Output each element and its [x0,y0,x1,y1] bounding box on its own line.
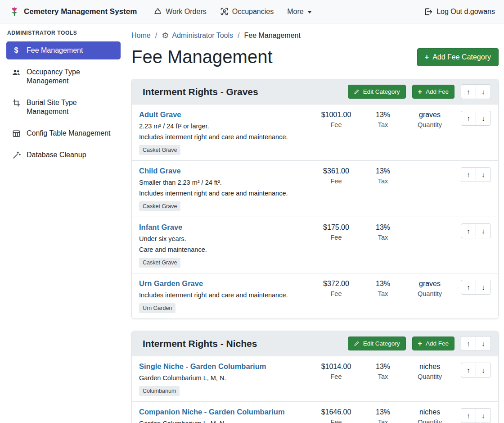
nav-item-occupancies[interactable]: Occupancies [213,7,281,16]
fee-description: Includes interment right and care and ma… [139,290,310,300]
sidebar-item-fee-management[interactable]: $ Fee Management [6,41,121,59]
move-fee-down-button[interactable]: ↓ [476,408,491,423]
move-fee-up-button[interactable]: ↑ [461,111,476,126]
fee-type-badge: Casket Grave [139,145,180,155]
fee-reorder-group: ↑ ↓ [453,279,491,295]
sidebar-item-burial-site-type-management[interactable]: Burial Site Type Management [6,94,121,121]
magic-wand-icon [12,151,21,159]
fee-amount: $175.00 [313,223,360,232]
quantity-column [406,223,453,223]
move-fee-up-button[interactable]: ↑ [461,280,476,295]
move-category-down-button[interactable]: ↓ [476,84,491,99]
quantity-label: Quantity [406,418,453,423]
breadcrumb-separator: / [155,32,157,40]
add-fee-label: Add Fee [426,88,449,95]
page-header: Fee Management + Add Fee Category [131,47,499,67]
tax-label: Tax [360,121,406,128]
move-fee-up-button[interactable]: ↑ [461,363,476,378]
add-fee-button[interactable]: + Add Fee [412,337,454,350]
move-fee-down-button[interactable]: ↓ [476,111,491,126]
fee-name-link[interactable]: Child Grave [139,167,181,175]
brand-link[interactable]: Cemetery Management System [9,6,137,17]
fee-type-badge: Casket Grave [139,258,180,268]
fee-name-link[interactable]: Companion Niche - Garden Columbarium [139,408,285,416]
nav-item-more[interactable]: More [280,8,318,16]
fee-info: Adult Grave 2.23 m² / 24 ft² or larger. … [139,110,313,155]
fee-reorder-group: ↑ ↓ [453,408,491,423]
logout-label: Log Out d.gowans [436,8,495,16]
fee-amount-column: $1001.00 Fee [313,110,360,128]
nav-item-label: Work Orders [166,8,206,16]
fee-description: Includes interment right and care and ma… [139,188,310,199]
edit-category-button[interactable]: Edit Category [348,85,406,99]
tax-label: Tax [360,373,406,380]
fee-reorder-group: ↑ ↓ [453,110,491,126]
fee-name-link[interactable]: Single Niche - Garden Columbarium [139,362,266,371]
add-fee-category-label: Add Fee Category [432,53,491,61]
fee-info: Child Grave Smaller than 2.23 m² / 24 ft… [139,167,313,211]
add-fee-button[interactable]: + Add Fee [412,85,454,99]
fee-amount: $1646.00 [313,408,360,416]
move-fee-down-button[interactable]: ↓ [476,223,491,238]
move-category-up-button[interactable]: ↑ [461,84,476,99]
sidebar-item-label: Fee Management [27,46,83,55]
move-fee-down-button[interactable]: ↓ [476,167,491,182]
fee-amount-column: $175.00 Fee [313,223,360,241]
tax-column: 13% Tax [360,362,406,380]
tulip-logo-icon [9,6,20,17]
fee-name-link[interactable]: Urn Garden Grave [139,279,203,288]
fee-type-badge: Urn Garden [139,303,176,313]
fee-row: Child Grave Smaller than 2.23 m² / 24 ft… [132,160,498,217]
page-title: Fee Management [131,47,273,67]
breadcrumb-home-link[interactable]: Home [131,32,151,40]
breadcrumb-admin-tools-link[interactable]: ⚙ Administrator Tools [162,32,233,40]
fee-description: Includes interment right and care and ma… [139,132,310,142]
move-fee-up-button[interactable]: ↑ [461,223,476,238]
edit-category-button[interactable]: Edit Category [348,337,406,350]
add-fee-category-button[interactable]: + Add Fee Category [417,48,499,66]
brand-title: Cemetery Management System [24,7,137,16]
tax-value: 13% [360,223,406,232]
fee-reorder-group: ↑ ↓ [453,362,491,378]
sidebar-item-database-cleanup[interactable]: Database Cleanup [6,146,121,164]
edit-category-label: Edit Category [363,88,400,95]
fee-amount-label: Fee [313,177,360,185]
fee-name-link[interactable]: Infant Grave [139,223,182,232]
fee-row: Companion Niche - Garden Columbarium Gar… [132,401,498,423]
tax-value: 13% [360,167,406,175]
quantity-column: niches Quantity [406,408,453,423]
fee-reorder-group: ↑ ↓ [453,223,491,238]
nav-links: Work Orders Occupancies More [147,7,318,16]
category-header: Interment Rights - Graves Edit Category … [132,79,498,105]
sidebar-heading: ADMINISTRATOR TOOLS [6,30,121,41]
table-icon [12,129,21,138]
logout-link[interactable]: Log Out d.gowans [423,7,495,16]
fee-row: Urn Garden Grave Includes interment righ… [132,273,498,318]
fee-type-badge: Casket Grave [139,201,180,211]
fee-name-link[interactable]: Adult Grave [139,110,181,119]
fee-amount-column: $361.00 Fee [313,167,360,185]
quantity-value: niches [406,363,453,371]
top-navbar: Cemetery Management System Work Orders O… [0,0,504,23]
category-card-graves: Interment Rights - Graves Edit Category … [131,79,499,319]
move-fee-up-button[interactable]: ↑ [461,167,476,182]
sidebar-item-config-table-management[interactable]: Config Table Management [6,124,121,142]
move-fee-down-button[interactable]: ↓ [476,363,491,378]
fee-info: Single Niche - Garden Columbarium Garden… [139,362,313,396]
nav-item-work-orders[interactable]: Work Orders [147,7,213,16]
move-category-up-button[interactable]: ↑ [461,336,476,351]
move-fee-down-button[interactable]: ↓ [476,280,491,295]
fee-amount-label: Fee [313,234,360,241]
fee-reorder-group: ↑ ↓ [453,167,491,182]
nav-item-label: More [287,8,303,16]
sidebar-item-label: Occupancy Type Management [27,68,115,86]
nav-item-label: Occupancies [232,8,274,16]
plus-icon: + [425,55,429,60]
move-category-down-button[interactable]: ↓ [476,336,491,351]
fee-amount: $372.00 [313,280,360,288]
move-fee-up-button[interactable]: ↑ [461,408,476,423]
plus-icon: + [418,341,422,346]
fee-description: Care and maintenance. [139,245,310,255]
sidebar-item-occupancy-type-management[interactable]: Occupancy Type Management [6,63,121,90]
category-title: Interment Rights - Niches [139,338,348,349]
